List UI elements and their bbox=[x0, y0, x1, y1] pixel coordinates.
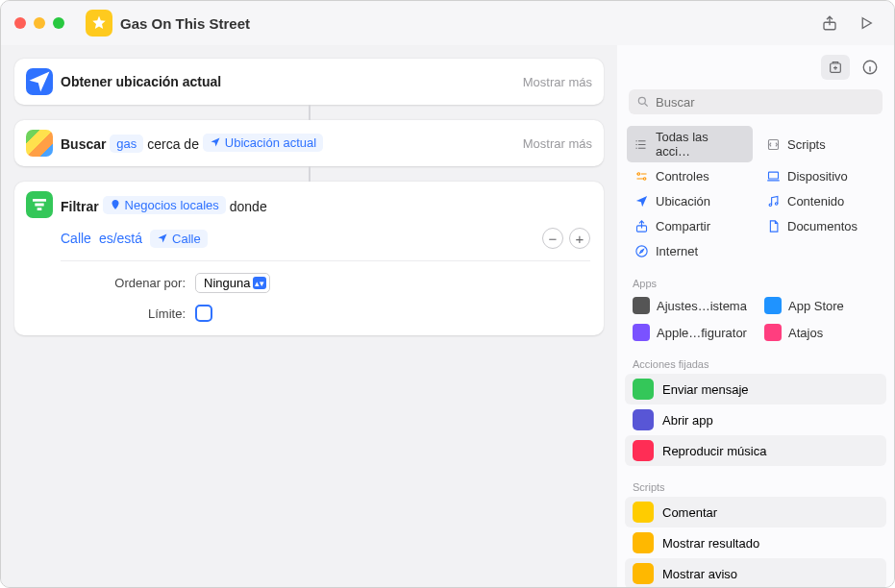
script-icon bbox=[765, 136, 781, 152]
action-item[interactable]: Mostrar aviso bbox=[625, 558, 886, 587]
maps-icon bbox=[26, 130, 53, 157]
safari-icon bbox=[634, 243, 649, 258]
remove-condition-button[interactable]: − bbox=[542, 228, 563, 249]
window-controls bbox=[14, 17, 64, 29]
app-icon bbox=[633, 297, 650, 314]
limit-label: Límite: bbox=[61, 306, 186, 321]
titlebar: Gas On This Street bbox=[1, 1, 894, 45]
library-scroll[interactable]: Todas las acci…ScriptsControlesDispositi… bbox=[617, 122, 894, 587]
search-input[interactable] bbox=[656, 95, 875, 110]
action-icon bbox=[633, 379, 654, 400]
app-icon bbox=[764, 297, 782, 314]
filter-condition-row: Calle es/está Calle − + bbox=[61, 228, 590, 249]
workflow-editor[interactable]: Obtener ubicación actual Mostrar más Bus… bbox=[1, 45, 617, 587]
window: Gas On This Street Obtener ubicación act… bbox=[0, 0, 895, 588]
query-token[interactable]: gas bbox=[110, 135, 143, 153]
action-get-location[interactable]: Obtener ubicación actual Mostrar más bbox=[14, 59, 604, 105]
share-button[interactable] bbox=[815, 11, 844, 36]
category-music[interactable]: Contenido bbox=[758, 189, 884, 212]
list-icon bbox=[634, 136, 649, 152]
action-item[interactable]: Enviar mensaje bbox=[625, 374, 886, 404]
show-more-button[interactable]: Mostrar más bbox=[523, 136, 592, 151]
music-icon bbox=[765, 193, 781, 208]
filter-icon bbox=[26, 191, 53, 218]
action-item[interactable]: Abrir app bbox=[625, 404, 886, 435]
action-icon bbox=[633, 563, 654, 584]
operator-select[interactable]: es/está bbox=[99, 231, 142, 246]
svg-point-11 bbox=[635, 245, 646, 256]
action-icon bbox=[633, 409, 654, 430]
action-icon bbox=[633, 440, 654, 461]
category-safari[interactable]: Internet bbox=[627, 239, 753, 262]
show-more-button[interactable]: Mostrar más bbox=[523, 75, 592, 89]
category-device[interactable]: Dispositivo bbox=[758, 164, 884, 187]
action-search-maps[interactable]: Buscar gas cerca de Ubicación actual Mos… bbox=[14, 120, 604, 166]
share-icon bbox=[634, 218, 649, 233]
action-verb: Filtrar bbox=[61, 198, 99, 213]
search-field[interactable] bbox=[629, 89, 883, 114]
window-title: Gas On This Street bbox=[120, 15, 250, 32]
svg-point-9 bbox=[775, 202, 778, 205]
category-list[interactable]: Todas las acci… bbox=[627, 126, 753, 162]
category-script[interactable]: Scripts bbox=[758, 126, 884, 162]
app-item[interactable]: Ajustes…istema bbox=[627, 293, 753, 318]
action-title: Obtener ubicación actual bbox=[61, 74, 221, 89]
pinned-section-label: Acciones fijadas bbox=[617, 351, 894, 374]
app-icon bbox=[633, 324, 650, 341]
svg-point-3 bbox=[638, 97, 645, 104]
doc-icon bbox=[765, 218, 781, 233]
value-token[interactable]: Calle bbox=[150, 230, 208, 248]
action-item[interactable]: Comentar bbox=[625, 497, 886, 527]
action-item[interactable]: Reproducir música bbox=[625, 435, 886, 466]
library-sidebar: Todas las acci…ScriptsControlesDispositi… bbox=[617, 45, 894, 587]
category-controls[interactable]: Controles bbox=[627, 164, 753, 187]
category-share[interactable]: Compartir bbox=[627, 214, 753, 237]
location-arrow-icon bbox=[26, 68, 53, 95]
svg-point-8 bbox=[769, 204, 772, 207]
app-item[interactable]: App Store bbox=[758, 293, 884, 318]
location-icon bbox=[634, 193, 649, 208]
controls-icon bbox=[634, 168, 649, 184]
search-icon bbox=[636, 95, 650, 109]
close-window-button[interactable] bbox=[14, 17, 26, 29]
order-label: Ordenar por: bbox=[61, 276, 186, 290]
run-button[interactable] bbox=[852, 11, 881, 36]
near-text: cerca de bbox=[147, 135, 199, 151]
svg-point-5 bbox=[637, 172, 640, 175]
shortcut-icon bbox=[86, 10, 112, 37]
action-verb: Buscar bbox=[61, 135, 106, 151]
limit-checkbox[interactable] bbox=[195, 305, 212, 322]
action-filter[interactable]: Filtrar Negocios locales donde Calle es/… bbox=[14, 182, 604, 335]
action-item[interactable]: Mostrar resultado bbox=[625, 527, 886, 558]
action-icon bbox=[633, 502, 654, 523]
apps-section-label: Apps bbox=[617, 270, 894, 293]
category-doc[interactable]: Documentos bbox=[758, 214, 884, 237]
app-item[interactable]: Atajos bbox=[758, 320, 884, 345]
zoom-window-button[interactable] bbox=[53, 17, 64, 29]
scripts-section-label: Scripts bbox=[617, 474, 894, 497]
app-icon bbox=[764, 324, 782, 341]
add-condition-button[interactable]: + bbox=[569, 228, 590, 249]
field-select[interactable]: Calle bbox=[61, 231, 91, 246]
minimize-window-button[interactable] bbox=[34, 17, 45, 29]
order-select[interactable]: Ninguna ▴▾ bbox=[195, 273, 270, 293]
category-location[interactable]: Ubicación bbox=[627, 189, 753, 212]
svg-rect-7 bbox=[768, 172, 778, 179]
action-icon bbox=[633, 532, 654, 553]
where-text: donde bbox=[230, 198, 267, 213]
app-item[interactable]: Apple…figurator bbox=[627, 320, 753, 345]
location-token[interactable]: Ubicación actual bbox=[203, 134, 323, 152]
svg-point-6 bbox=[643, 177, 646, 180]
subject-token[interactable]: Negocios locales bbox=[103, 196, 226, 214]
info-button[interactable] bbox=[858, 55, 883, 80]
device-icon bbox=[765, 168, 781, 184]
library-toggle-button[interactable] bbox=[821, 55, 850, 80]
